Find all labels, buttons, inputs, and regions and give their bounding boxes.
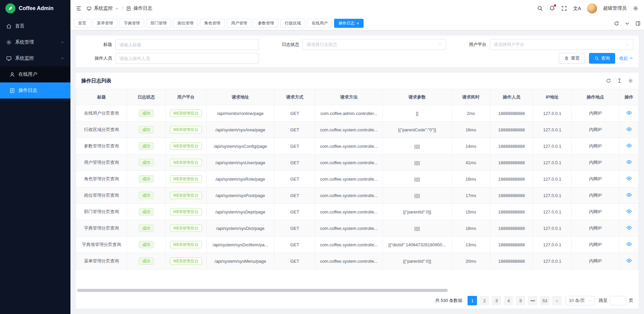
view-detail-eye-icon[interactable] <box>626 225 632 231</box>
pager-page-4[interactable]: 4 <box>504 296 513 305</box>
view-detail-eye-icon[interactable] <box>626 176 632 181</box>
platform-select[interactable]: 请选择用户平台 <box>490 39 633 50</box>
tab-角色管理[interactable]: 角色管理 <box>200 19 225 28</box>
fullscreen-icon[interactable] <box>561 5 567 11</box>
pagination: 共 530 条数据 12345•••53 › 10 条/页 跳至 页 <box>76 293 639 309</box>
layout-panel-icon[interactable] <box>635 21 641 26</box>
view-detail-eye-icon[interactable] <box>626 110 632 116</box>
tab-参数管理[interactable]: 参数管理 <box>254 19 278 28</box>
view-detail-eye-icon[interactable] <box>626 258 632 263</box>
sidebar-item-system-management[interactable]: 系统管理 <box>0 34 70 50</box>
cell-handler: com.coffee.system.controlle... <box>315 122 383 138</box>
cell-request-url: /api/system/sysPost/page <box>206 187 274 204</box>
tab-close-icon[interactable]: × <box>357 21 359 25</box>
tab-菜单管理[interactable]: 菜单管理 <box>93 19 117 28</box>
tab-操作日志[interactable]: 操作日志× <box>334 19 364 28</box>
table-header-row: 标题日志状态用户平台请求地址请求方式请求方法请求参数请求耗时操作人员IP地址操作… <box>76 89 639 105</box>
sidebar-submenu: 在线用户 操作日志 <box>0 66 70 99</box>
settings-gear-icon[interactable] <box>633 5 639 11</box>
cell-request-params: [{}] <box>383 220 452 237</box>
view-detail-eye-icon[interactable] <box>626 159 632 165</box>
pager-page-1[interactable]: 1 <box>468 296 477 305</box>
cell-status: 成功 <box>127 122 166 138</box>
row-density-icon[interactable] <box>617 78 622 83</box>
title-input[interactable] <box>115 39 259 50</box>
scrollbar-thumb[interactable] <box>77 289 448 292</box>
jump-page-input[interactable] <box>610 296 627 305</box>
search-button[interactable]: 查询 <box>589 53 615 64</box>
column-header: 请求方式 <box>274 89 315 105</box>
tab-字典管理[interactable]: 字典管理 <box>119 19 144 28</box>
tab-label: 行政区域 <box>285 20 301 26</box>
tab-首页[interactable]: 首页 <box>74 19 91 28</box>
view-detail-eye-icon[interactable] <box>626 241 632 247</box>
view-detail-eye-icon[interactable] <box>626 126 632 132</box>
collapse-filters-link[interactable]: 收起 <box>619 55 633 61</box>
tab-在线用户[interactable]: 在线用户 <box>307 19 332 28</box>
sidebar: Coffee Admin 首页 系统管理 系统监控 在线用户 操作日志 <box>0 0 70 314</box>
chevron-down-icon[interactable] <box>115 7 119 10</box>
column-header: 用户平台 <box>165 89 206 105</box>
current-user-name[interactable]: 超级管理员 <box>603 5 627 11</box>
column-settings-gear-icon[interactable] <box>628 78 633 83</box>
pager-page-53[interactable]: 53 <box>540 296 549 305</box>
tab-actions-chevron-down-icon[interactable] <box>625 21 630 26</box>
refresh-icon[interactable] <box>614 21 619 26</box>
status-badge: 成功 <box>139 225 154 232</box>
refresh-icon[interactable] <box>606 78 611 83</box>
cell-duration: 13ms <box>451 237 490 253</box>
table-container: 标题日志状态用户平台请求地址请求方式请求方法请求参数请求耗时操作人员IP地址操作… <box>76 89 639 288</box>
next-page-button[interactable]: › <box>552 296 561 305</box>
operator-input[interactable] <box>115 53 259 64</box>
search-icon[interactable] <box>537 5 543 11</box>
panel-title: 操作日志列表 <box>81 78 111 84</box>
tab-用户管理[interactable]: 用户管理 <box>227 19 252 28</box>
status-select[interactable]: 请选择日志状态 <box>303 39 446 50</box>
user-avatar[interactable] <box>587 3 597 13</box>
cell-status: 成功 <box>127 105 166 122</box>
status-badge: 成功 <box>139 142 154 150</box>
tab-label: 部门管理 <box>151 20 167 26</box>
cell-action <box>620 237 639 253</box>
cell-title: 部门管理分页查询 <box>76 204 127 220</box>
sidebar-collapse-icon[interactable] <box>76 5 82 11</box>
reset-button[interactable]: 重置 <box>559 53 585 64</box>
pager-ellipsis[interactable]: ••• <box>528 296 537 305</box>
cell-handler: com.coffee.system.controlle... <box>315 171 383 187</box>
cell-ip-address: 127.0.0.1 <box>533 237 572 253</box>
cell-platform: WEB管理后台 <box>165 171 206 187</box>
view-detail-eye-icon[interactable] <box>626 192 632 198</box>
monitor-icon <box>87 6 92 11</box>
pager-page-3[interactable]: 3 <box>492 296 501 305</box>
panel-tools <box>606 78 633 83</box>
cell-request-url: /api/system/sysDict/page <box>206 220 274 237</box>
column-header: 标题 <box>76 89 127 105</box>
breadcrumb: 系统监控 / 操作日志 <box>87 5 152 11</box>
cell-status: 成功 <box>127 220 166 237</box>
pagination-total: 共 530 条数据 <box>435 298 462 304</box>
language-translate-icon[interactable]: 文A <box>573 6 581 11</box>
tab-部门管理[interactable]: 部门管理 <box>146 19 171 28</box>
cell-action <box>620 204 639 220</box>
cell-operator: 18888888888 <box>490 187 533 204</box>
breadcrumb-item-monitor[interactable]: 系统监控 <box>94 5 113 11</box>
sidebar-item-operation-log[interactable]: 操作日志 <box>0 82 70 99</box>
sidebar-item-online-users[interactable]: 在线用户 <box>0 66 70 82</box>
pager-page-5[interactable]: 5 <box>516 296 525 305</box>
tab-tools <box>610 21 641 26</box>
view-detail-eye-icon[interactable] <box>626 208 632 214</box>
page-size-select[interactable]: 10 条/页 <box>566 296 595 305</box>
page-jumper: 跳至 页 <box>599 296 633 305</box>
cell-platform: WEB管理后台 <box>165 105 206 122</box>
sidebar-item-home[interactable]: 首页 <box>0 18 70 34</box>
tab-岗位管理[interactable]: 岗位管理 <box>173 19 198 28</box>
pager-page-2[interactable]: 2 <box>480 296 489 305</box>
cell-location: 内网IP <box>572 253 620 269</box>
notification-bell-icon[interactable] <box>549 5 555 11</box>
cell-request-url: /api/system/sysConfig/page <box>206 138 274 154</box>
sidebar-item-system-monitor[interactable]: 系统监控 <box>0 50 70 66</box>
filter-actions: 重置 查询 收起 <box>268 53 633 64</box>
tab-行政区域[interactable]: 行政区域 <box>280 19 305 28</box>
view-detail-eye-icon[interactable] <box>626 143 632 148</box>
sidebar-item-label: 操作日志 <box>18 87 37 93</box>
